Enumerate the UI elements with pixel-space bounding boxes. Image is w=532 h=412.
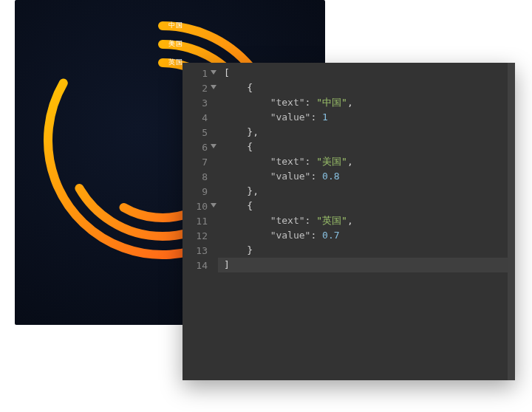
code-editor[interactable]: 1234567891011121314 [ { "text": "中国", "v… [183, 63, 515, 380]
token-brace: ] [224, 259, 230, 270]
token-key: "text" [270, 215, 305, 226]
token-key: "value" [270, 230, 311, 241]
token-number: 0.7 [322, 230, 339, 241]
line-number: 13 [183, 243, 218, 258]
code-line[interactable]: { [218, 140, 515, 154]
token-key: "value" [270, 111, 311, 123]
token-brace: }, [247, 126, 259, 137]
editor-code-area[interactable]: [ { "text": "中国", "value": 1 }, { "text"… [218, 63, 515, 380]
fold-toggle-icon[interactable] [211, 144, 216, 148]
line-number: 10 [183, 199, 218, 213]
line-number: 8 [183, 169, 218, 184]
code-line[interactable]: "text": "英国", [218, 213, 515, 228]
line-number: 7 [183, 154, 218, 169]
token-brace: { [247, 141, 253, 152]
code-line[interactable]: } [218, 243, 515, 258]
chart-series-label: 英国 [168, 58, 183, 67]
token-punc: , [347, 156, 353, 167]
fold-toggle-icon[interactable] [211, 85, 216, 89]
code-line[interactable]: ] [218, 258, 515, 272]
line-number: 12 [183, 228, 218, 243]
token-punc: , [347, 97, 353, 108]
scrollbar[interactable] [508, 63, 515, 380]
token-number: 0.8 [322, 171, 339, 182]
token-string: "英国" [316, 215, 347, 226]
editor-gutter: 1234567891011121314 [183, 63, 218, 380]
code-line[interactable]: "text": "美国", [218, 154, 515, 169]
token-punc: : [305, 97, 317, 108]
code-line[interactable]: { [218, 80, 515, 95]
token-brace: { [247, 82, 253, 93]
token-punc: : [305, 156, 317, 167]
code-line[interactable]: [ [218, 66, 515, 80]
code-line[interactable]: "value": 0.8 [218, 169, 515, 184]
token-brace: { [247, 200, 253, 211]
fold-toggle-icon[interactable] [211, 203, 216, 207]
token-key: "text" [270, 156, 305, 167]
token-punc: , [347, 215, 353, 226]
token-punc: : [310, 171, 322, 182]
code-line[interactable]: { [218, 199, 515, 213]
code-line[interactable]: "value": 1 [218, 110, 515, 125]
chart-series-label: 中国 [168, 21, 183, 30]
line-number: 11 [183, 213, 218, 228]
line-number: 9 [183, 184, 218, 199]
chart-series-label: 美国 [168, 39, 183, 49]
code-line[interactable]: "text": "中国", [218, 95, 515, 110]
fold-toggle-icon[interactable] [211, 70, 216, 75]
line-number: 4 [183, 110, 218, 125]
line-number: 3 [183, 95, 218, 110]
code-line[interactable]: }, [218, 184, 515, 199]
token-string: "美国" [316, 156, 347, 167]
token-punc: : [305, 215, 317, 226]
token-key: "text" [270, 97, 305, 108]
line-number: 2 [183, 80, 218, 95]
line-number: 5 [183, 125, 218, 140]
token-punc: : [310, 230, 322, 241]
token-number: 1 [322, 111, 328, 123]
token-brace: [ [224, 67, 230, 78]
token-brace: } [247, 244, 253, 255]
line-number: 6 [183, 140, 218, 154]
token-key: "value" [270, 171, 311, 182]
token-string: "中国" [316, 97, 347, 108]
code-line[interactable]: }, [218, 125, 515, 140]
token-brace: }, [247, 185, 259, 196]
token-punc: : [310, 111, 322, 123]
line-number: 1 [183, 66, 218, 80]
line-number: 14 [183, 258, 218, 272]
code-line[interactable]: "value": 0.7 [218, 228, 515, 243]
